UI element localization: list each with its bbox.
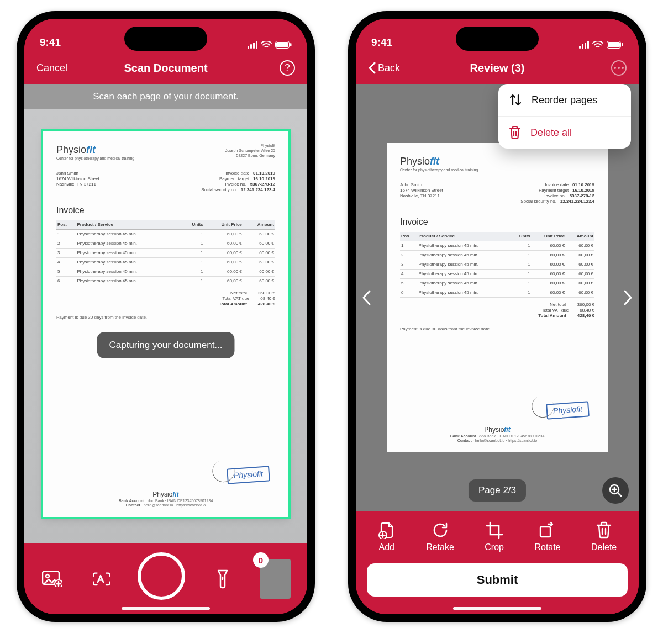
svg-rect-2 [290,43,292,46]
menu-delete-all[interactable]: Delete all [498,116,631,149]
wifi-icon [261,41,272,49]
chevron-left-icon [368,62,376,74]
flashlight-button[interactable] [212,568,234,590]
next-page-button[interactable] [623,289,633,306]
cellular-icon [579,41,589,49]
review-toolbar: Add Retake Crop Rotate [356,511,639,558]
status-time: 9:41 [371,36,415,49]
more-icon [611,60,627,76]
battery-icon [275,41,292,49]
home-indicator[interactable] [453,607,541,610]
wifi-icon [592,41,603,49]
page-indicator: Page 2/3 [469,479,526,502]
phone-review: 9:41 Back [348,11,646,622]
trash-icon [508,125,522,140]
table-row: 2Physiotherapy session 45 min.160,00 €60… [400,251,594,260]
review-viewport[interactable]: Physiofit Center for physiotherapy and m… [356,84,639,511]
dynamic-island [456,27,539,51]
home-indicator[interactable] [122,607,210,610]
page-stack-button[interactable]: 0 [260,559,291,599]
detection-frame [41,129,291,519]
more-menu: Reorder pages Delete all [498,84,631,149]
auto-capture-button[interactable] [90,568,112,590]
status-time: 9:41 [40,36,84,49]
submit-row: Submit [356,558,639,614]
zoom-button[interactable] [602,477,629,504]
submit-button[interactable]: Submit [367,563,628,597]
svg-point-4 [46,574,49,578]
scan-bottom-bar: 0 [24,543,307,614]
import-image-button[interactable] [41,568,63,590]
table-row: 1Physiotherapy session 45 min.160,00 €60… [400,241,594,251]
tool-crop[interactable]: Crop [485,521,504,552]
nav-bar-review: Back Review (3) [356,52,639,84]
dynamic-island [124,27,207,51]
page-count-badge: 0 [253,552,269,568]
menu-reorder-pages[interactable]: Reorder pages [498,84,631,116]
scan-hint: Scan each page of your document. [24,84,307,109]
shutter-button[interactable] [138,552,185,600]
help-button[interactable]: ? [277,58,297,78]
svg-rect-9 [622,43,623,46]
back-button[interactable]: Back [366,60,402,76]
phone-scan: 9:41 Cancel Scan Doc [17,11,315,622]
table-row: 6Physiotherapy session 45 min.160,00 €60… [400,288,594,298]
tool-retake[interactable]: Retake [426,521,454,552]
capturing-toast: Capturing your document... [97,332,234,358]
svg-rect-13 [540,527,550,537]
reorder-icon [508,93,523,107]
svg-rect-8 [608,42,620,47]
cellular-icon [248,41,257,49]
svg-rect-1 [276,42,288,47]
tool-rotate[interactable]: Rotate [534,521,560,552]
more-button[interactable] [609,58,629,78]
nav-bar-scan: Cancel Scan Document ? [24,52,307,84]
prev-page-button[interactable] [361,289,371,306]
table-row: 3Physiotherapy session 45 min.160,00 €60… [400,260,594,270]
zoom-icon [608,483,623,498]
tool-add[interactable]: Add [378,521,396,552]
document-page: Physiofit Center for physiotherapy and m… [387,143,608,452]
cancel-button[interactable]: Cancel [34,60,70,76]
help-icon: ? [280,60,295,76]
tool-delete[interactable]: Delete [591,521,617,552]
table-row: 5Physiotherapy session 45 min.160,00 €60… [400,279,594,288]
camera-viewfinder[interactable]: Physiofit Center for physiotherapy and m… [24,109,307,543]
table-row: 4Physiotherapy session 45 min.160,00 €60… [400,270,594,279]
battery-icon [607,41,623,49]
